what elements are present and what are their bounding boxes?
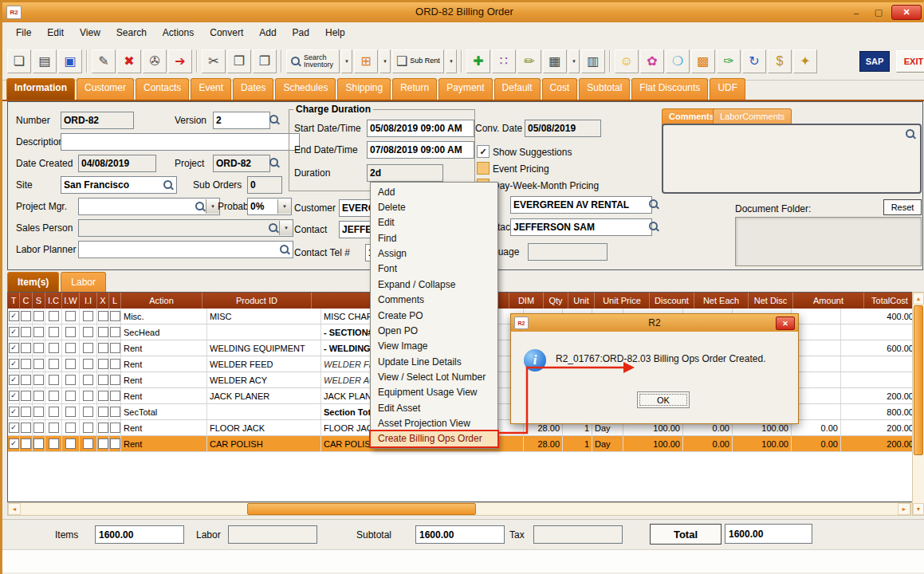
row-checkbox[interactable]: [45, 420, 62, 435]
site-search-icon[interactable]: [163, 179, 174, 191]
horizontal-scrollbar[interactable]: ◄ ►: [7, 502, 911, 516]
context-menu-item[interactable]: Update Line Details: [371, 354, 497, 369]
edit-button[interactable]: ✎: [92, 49, 116, 73]
context-menu-item[interactable]: Edit Asset: [371, 400, 497, 415]
row-checkbox[interactable]: [45, 324, 62, 340]
row-checkbox[interactable]: [109, 356, 121, 372]
scroll-down-icon[interactable]: ▼: [913, 503, 924, 515]
row-checkbox[interactable]: [97, 436, 109, 451]
tab[interactable]: Schedules: [275, 78, 336, 100]
comments-textarea[interactable]: [662, 124, 922, 194]
comments-search-icon[interactable]: [905, 128, 916, 140]
row-checkbox[interactable]: [33, 436, 45, 451]
row-checkbox[interactable]: [80, 340, 97, 356]
date-created-field[interactable]: 04/08/2019: [78, 155, 156, 172]
column-header[interactable]: Discount: [650, 293, 694, 309]
menu-item[interactable]: Convert: [202, 24, 250, 41]
column-header[interactable]: I.W: [62, 293, 80, 309]
show-suggestions-checkbox[interactable]: ✓: [477, 145, 490, 158]
labor-planner-field[interactable]: [78, 241, 293, 258]
site-field[interactable]: San Francisco: [61, 176, 177, 194]
column-header[interactable]: Net Each: [694, 293, 749, 309]
context-menu-item[interactable]: View Image: [371, 339, 497, 354]
groups-button[interactable]: ∷: [492, 49, 516, 73]
context-menu-item[interactable]: Expand / Collapse: [371, 277, 497, 292]
new-document-button[interactable]: ❏: [7, 49, 31, 73]
row-checkbox[interactable]: [109, 309, 121, 324]
tab[interactable]: Dates: [233, 78, 273, 100]
row-checkbox[interactable]: [109, 388, 121, 403]
cube-button[interactable]: ▩: [691, 49, 715, 73]
row-checkbox[interactable]: [97, 356, 109, 372]
description-field[interactable]: [61, 133, 300, 151]
context-menu-item[interactable]: Font: [371, 261, 497, 277]
cut-button[interactable]: ✂: [202, 49, 226, 73]
row-checkbox[interactable]: [33, 420, 45, 435]
column-header[interactable]: C: [20, 293, 33, 309]
row-checkbox[interactable]: [62, 340, 80, 356]
print-button[interactable]: ▤: [33, 49, 57, 73]
tab[interactable]: Cost: [542, 78, 578, 100]
row-checkbox[interactable]: [20, 404, 33, 419]
row-checkbox[interactable]: [45, 340, 62, 356]
context-menu-item[interactable]: Create Billing Ops Order: [371, 431, 497, 446]
notes-button[interactable]: ✏: [517, 49, 541, 73]
row-checkbox[interactable]: [97, 404, 109, 419]
duration-field[interactable]: 2d: [367, 164, 443, 182]
row-checkbox[interactable]: [109, 324, 121, 340]
context-menu-item[interactable]: Asset Projection View: [371, 415, 497, 431]
row-checkbox[interactable]: [97, 340, 109, 356]
row-checkbox[interactable]: ✓: [8, 404, 20, 419]
document-folder-box[interactable]: [735, 217, 922, 266]
column-header[interactable]: TotalCost: [864, 293, 913, 309]
search-inventory-button[interactable]: Search Inventory: [286, 49, 340, 73]
menu-item[interactable]: Actions: [155, 24, 201, 41]
tab[interactable]: Flat Discounts: [631, 78, 708, 100]
end-datetime-field[interactable]: 07/08/2019 09:00 AM: [367, 141, 474, 159]
horizontal-scroll-thumb[interactable]: [247, 503, 476, 515]
exit-button[interactable]: EXIT: [896, 50, 924, 73]
inventory-lookup-dropdown[interactable]: ▼: [379, 49, 391, 73]
column-header[interactable]: Unit Price: [595, 293, 650, 309]
save-button[interactable]: ▣: [58, 49, 82, 73]
context-menu-item[interactable]: Equipment Usage View: [371, 385, 497, 400]
context-menu-item[interactable]: View / Select Lot Number: [371, 369, 497, 384]
row-checkbox[interactable]: ✓: [8, 436, 20, 451]
row-checkbox[interactable]: [20, 340, 33, 356]
row-checkbox[interactable]: [45, 436, 62, 451]
export-button[interactable]: ➔: [168, 49, 192, 73]
close-button[interactable]: ✕: [891, 5, 922, 20]
tab[interactable]: Return: [392, 78, 437, 100]
version-field[interactable]: 2: [213, 112, 270, 129]
sales-person-search-icon[interactable]: [268, 222, 279, 234]
refresh-dollar-button[interactable]: ↻: [742, 49, 766, 73]
row-checkbox[interactable]: [80, 309, 97, 324]
row-checkbox[interactable]: [62, 324, 80, 340]
row-checkbox[interactable]: [45, 309, 62, 324]
context-menu-item[interactable]: Find: [371, 230, 497, 246]
chevron-down-icon[interactable]: ▼: [279, 221, 293, 235]
version-search-icon[interactable]: [269, 114, 280, 125]
reset-button[interactable]: Reset: [883, 199, 922, 215]
inventory-lookup-button[interactable]: ⊞: [354, 49, 378, 73]
paste-button[interactable]: ❒: [253, 49, 277, 73]
dialog-close-button[interactable]: ✕: [776, 316, 795, 330]
add-button[interactable]: ✚: [466, 49, 490, 73]
menu-item[interactable]: File: [9, 24, 38, 41]
contact-name-search-icon[interactable]: [648, 221, 659, 232]
conv-date-field[interactable]: 05/08/2019: [525, 120, 601, 137]
row-checkbox[interactable]: ✓: [8, 324, 20, 340]
row-checkbox[interactable]: [33, 324, 45, 340]
fax-button[interactable]: ▥: [581, 49, 605, 73]
scroll-up-icon[interactable]: ▲: [913, 293, 924, 305]
context-menu-item[interactable]: Add: [371, 184, 497, 199]
row-checkbox[interactable]: [62, 420, 80, 435]
row-checkbox[interactable]: [80, 436, 97, 451]
copy-button[interactable]: ❐: [227, 49, 251, 73]
ok-button[interactable]: OK: [637, 391, 690, 408]
row-checkbox[interactable]: [80, 324, 97, 340]
row-checkbox[interactable]: [20, 372, 33, 387]
tab[interactable]: Shipping: [337, 78, 391, 100]
probability-combo[interactable]: 0%▼: [247, 198, 292, 215]
column-header[interactable]: T: [8, 293, 20, 309]
